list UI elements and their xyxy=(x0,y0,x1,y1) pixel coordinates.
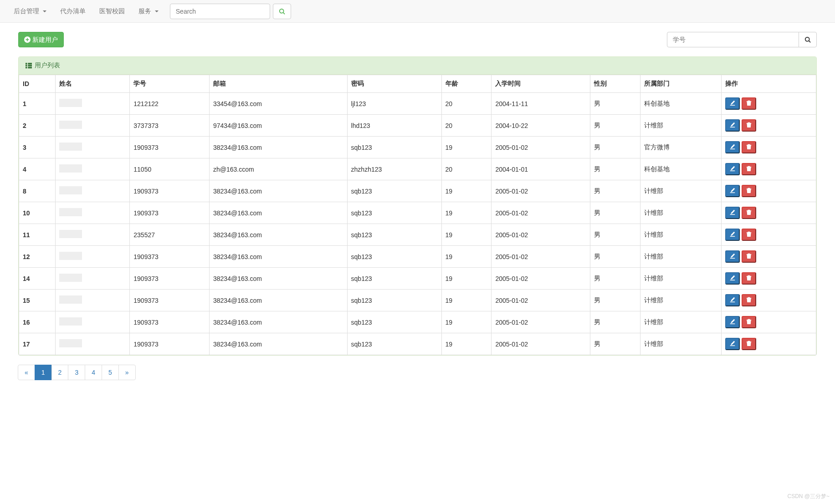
trash-icon xyxy=(746,231,752,237)
edit-icon xyxy=(730,188,735,193)
edit-button[interactable] xyxy=(725,272,740,285)
table-row: 3190937338234@163.comsqb123192005-01-02男… xyxy=(19,137,816,158)
edit-button[interactable] xyxy=(725,185,740,197)
table-cell: 14 xyxy=(19,268,56,290)
table-cell: 计维部 xyxy=(640,224,721,246)
edit-button[interactable] xyxy=(725,250,740,263)
student-id-search-button[interactable] xyxy=(799,32,817,47)
delete-button[interactable] xyxy=(742,229,756,241)
table-cell: 1909373 xyxy=(130,202,210,224)
nav-item[interactable]: 后台管理 xyxy=(7,0,53,22)
actions-cell xyxy=(722,224,816,246)
page-next-link[interactable]: » xyxy=(119,365,135,380)
table-cell: 2005-01-02 xyxy=(492,290,590,311)
edit-button[interactable] xyxy=(725,294,740,306)
table-row: 2373737397434@163.comlhd123202004-10-22男… xyxy=(19,115,816,137)
edit-button[interactable] xyxy=(725,163,740,175)
actions-cell xyxy=(722,137,816,158)
name-redacted xyxy=(59,230,82,238)
edit-button[interactable] xyxy=(725,316,740,328)
name-redacted xyxy=(59,339,82,347)
user-list-panel: 用户列表 ID姓名学号邮箱密码年龄入学时间性别所属部门操作 1121212233… xyxy=(18,56,817,356)
table-cell: 8 xyxy=(19,180,56,202)
page-prev-link[interactable]: « xyxy=(18,365,35,380)
delete-button[interactable] xyxy=(742,97,756,110)
nav-item[interactable]: 医智校园 xyxy=(92,0,132,22)
edit-button[interactable] xyxy=(725,97,740,110)
table-cell: zh@163.ccom xyxy=(210,158,348,180)
table-cell: 计维部 xyxy=(640,180,721,202)
table-header-cell: 姓名 xyxy=(55,75,130,93)
delete-button[interactable] xyxy=(742,338,756,350)
delete-button[interactable] xyxy=(742,272,756,285)
page-1-link[interactable]: 1 xyxy=(35,365,51,380)
name-redacted xyxy=(59,99,82,107)
page-2-link[interactable]: 2 xyxy=(52,365,68,380)
edit-button[interactable] xyxy=(725,338,740,350)
name-redacted xyxy=(59,208,82,216)
table-cell: 2004-10-22 xyxy=(492,115,590,137)
edit-icon xyxy=(730,122,735,127)
nav-item[interactable]: 代办清单 xyxy=(53,0,92,22)
table-cell xyxy=(55,246,130,268)
table-cell: 2 xyxy=(19,115,56,137)
edit-button[interactable] xyxy=(725,141,740,153)
table-cell: 12 xyxy=(19,246,56,268)
table-cell: 4 xyxy=(19,158,56,180)
table-body: 1121212233454@163.comljl123202004-11-11男… xyxy=(19,93,816,355)
table-header-row: ID姓名学号邮箱密码年龄入学时间性别所属部门操作 xyxy=(19,75,816,93)
edit-icon xyxy=(730,166,735,171)
table-cell: 2005-01-02 xyxy=(492,268,590,290)
table-row: 8190937338234@163.comsqb123192005-01-02男… xyxy=(19,180,816,202)
table-cell xyxy=(55,268,130,290)
edit-button[interactable] xyxy=(725,119,740,132)
navbar-search-input[interactable] xyxy=(170,4,270,19)
delete-button[interactable] xyxy=(742,141,756,153)
navbar-search-button[interactable] xyxy=(273,4,291,19)
new-user-label: 新建用户 xyxy=(32,35,58,44)
table-cell xyxy=(55,93,130,115)
delete-button[interactable] xyxy=(742,294,756,306)
caret-down-icon xyxy=(155,10,159,12)
actions-cell xyxy=(722,311,816,333)
edit-icon xyxy=(730,341,735,346)
edit-icon xyxy=(730,319,735,324)
table-header-cell: 邮箱 xyxy=(210,75,348,93)
table-cell: 2005-01-02 xyxy=(492,311,590,333)
table-cell: 19 xyxy=(441,246,492,268)
delete-button[interactable] xyxy=(742,119,756,132)
page-4: 4 xyxy=(85,365,102,380)
table-cell: 20 xyxy=(441,115,492,137)
table-cell: sqb123 xyxy=(347,224,441,246)
table-cell: 男 xyxy=(590,224,640,246)
actions-cell xyxy=(722,158,816,180)
toolbar: 新建用户 xyxy=(18,32,817,47)
student-id-search-input[interactable] xyxy=(667,32,799,47)
delete-button[interactable] xyxy=(742,163,756,175)
table-cell: sqb123 xyxy=(347,246,441,268)
name-redacted xyxy=(59,274,82,282)
table-cell: 19 xyxy=(441,224,492,246)
table-cell xyxy=(55,137,130,158)
nav-item[interactable]: 服务 xyxy=(132,0,165,22)
table-cell: 16 xyxy=(19,311,56,333)
delete-button[interactable] xyxy=(742,316,756,328)
delete-button[interactable] xyxy=(742,207,756,219)
table-cell: 计维部 xyxy=(640,246,721,268)
table-cell: 3 xyxy=(19,137,56,158)
trash-icon xyxy=(746,297,752,302)
page-5-link[interactable]: 5 xyxy=(102,365,118,380)
table-cell: 38234@163.com xyxy=(210,268,348,290)
table-cell xyxy=(55,333,130,355)
edit-button[interactable] xyxy=(725,207,740,219)
new-user-button[interactable]: 新建用户 xyxy=(18,32,64,47)
delete-button[interactable] xyxy=(742,185,756,197)
table-cell: 19 xyxy=(441,202,492,224)
page-3-link[interactable]: 3 xyxy=(68,365,85,380)
delete-button[interactable] xyxy=(742,250,756,263)
edit-button[interactable] xyxy=(725,229,740,241)
table-cell: 计维部 xyxy=(640,290,721,311)
panel-heading: 用户列表 xyxy=(19,57,816,75)
caret-down-icon xyxy=(43,10,46,12)
page-4-link[interactable]: 4 xyxy=(85,365,102,380)
